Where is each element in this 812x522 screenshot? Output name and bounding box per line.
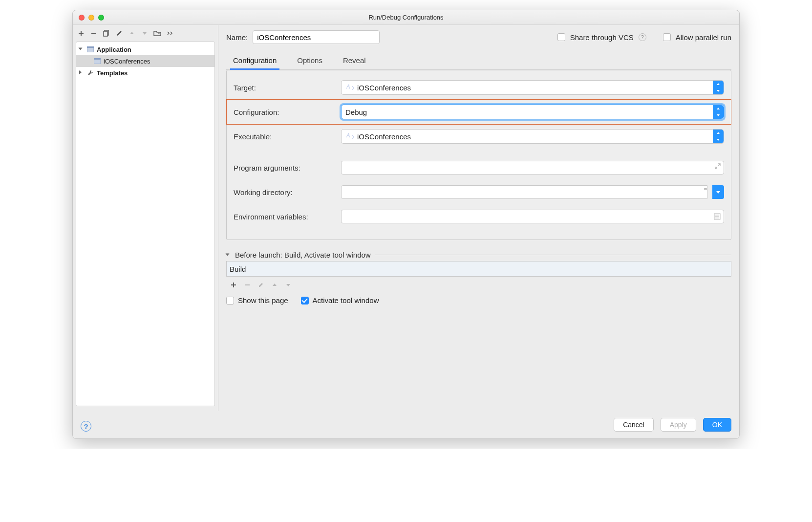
tree-node-label: Templates: [97, 69, 128, 77]
before-launch-list[interactable]: Build: [226, 261, 731, 277]
share-through-vcs-label: Share through VCS: [570, 33, 634, 42]
edit-templates-button[interactable]: [114, 28, 125, 39]
remove-task-button[interactable]: [242, 280, 253, 290]
chevron-down-icon: [226, 253, 231, 258]
edit-task-button[interactable]: [256, 280, 266, 290]
program-arguments-row: Program arguments:: [234, 155, 724, 180]
divider: [375, 255, 731, 255]
move-down-button[interactable]: [139, 28, 150, 39]
tab-reveal[interactable]: Reveal: [341, 56, 368, 69]
target-value: iOSConferences: [357, 84, 411, 92]
move-task-down-button[interactable]: [283, 280, 294, 290]
svg-rect-1: [104, 31, 107, 36]
copy-configuration-button[interactable]: [101, 28, 112, 39]
before-launch-title: Before launch: Build, Activate tool wind…: [235, 251, 371, 259]
stepper-icon: [713, 130, 724, 143]
executable-row: Executable: iOSConferences: [234, 124, 724, 149]
help-button[interactable]: ?: [81, 421, 91, 432]
environment-variables-row: Environment variables:: [234, 204, 724, 229]
show-this-page-label: Show this page: [238, 296, 288, 304]
allow-parallel-run-checkbox[interactable]: [663, 33, 671, 41]
tab-configuration[interactable]: Configuration: [231, 56, 278, 69]
sidebar-toolbar: +: [73, 25, 218, 42]
application-icon: [93, 58, 102, 64]
configuration-label: Configuration:: [234, 108, 336, 116]
tree-node-application[interactable]: Application: [76, 44, 214, 55]
svg-rect-4: [87, 46, 94, 48]
list-icon[interactable]: [714, 213, 721, 220]
tab-options[interactable]: Options: [295, 56, 324, 69]
svg-rect-6: [94, 58, 101, 60]
sidebar: + Application iOSConferences Templates: [73, 25, 218, 411]
name-label: Name:: [226, 33, 248, 42]
stepper-icon: [713, 81, 724, 94]
remove-configuration-button[interactable]: [88, 28, 99, 39]
window-title: Run/Debug Configurations: [73, 14, 739, 21]
expand-icon[interactable]: [715, 163, 721, 169]
configuration-value: Debug: [345, 108, 367, 116]
name-input[interactable]: [253, 30, 380, 44]
apply-button[interactable]: Apply: [661, 418, 696, 432]
chevron-right-icon: [79, 70, 84, 75]
working-directory-dropdown-button[interactable]: [712, 185, 724, 199]
ok-button[interactable]: OK: [703, 418, 731, 432]
working-directory-input[interactable]: [341, 185, 707, 199]
application-icon: [86, 46, 95, 52]
target-row: Target: iOSConferences: [234, 75, 724, 100]
svg-text:+: +: [158, 32, 160, 35]
tree-node-label: Application: [97, 46, 131, 53]
allow-parallel-run-label: Allow parallel run: [676, 33, 731, 42]
configuration-box: Target: iOSConferences Configuration:: [226, 70, 731, 240]
appcode-icon: [345, 132, 353, 140]
share-through-vcs-checkbox[interactable]: [557, 33, 565, 41]
working-directory-row: Working directory:: [234, 180, 724, 204]
main-panel: Name: Share through VCS ? Allow parallel…: [218, 25, 739, 411]
show-this-page-checkbox[interactable]: [226, 297, 234, 304]
stepper-icon: [713, 105, 724, 119]
dialog-window: Run/Debug Configurations + Application: [72, 10, 740, 439]
tree-node-templates[interactable]: Templates: [76, 67, 214, 79]
options-row: Show this page Activate tool window: [226, 296, 731, 304]
move-task-up-button[interactable]: [269, 280, 280, 290]
cancel-button[interactable]: Cancel: [614, 418, 654, 432]
help-icon[interactable]: ?: [639, 33, 646, 41]
working-directory-label: Working directory:: [234, 188, 336, 196]
configurations-tree[interactable]: Application iOSConferences Templates: [76, 42, 215, 406]
expand-toolbar-button[interactable]: [165, 28, 175, 39]
footer: ? Cancel Apply OK: [73, 411, 739, 438]
configuration-row: Configuration: Debug: [234, 100, 724, 124]
environment-variables-label: Environment variables:: [234, 213, 336, 221]
appcode-icon: [345, 84, 353, 91]
tabs: Configuration Options Reveal: [226, 50, 731, 70]
tree-node-iosconferences[interactable]: iOSConferences: [76, 55, 214, 67]
environment-variables-input[interactable]: [341, 210, 724, 223]
dialog-body: + Application iOSConferences Templates: [73, 25, 739, 411]
before-launch-header[interactable]: Before launch: Build, Activate tool wind…: [226, 251, 731, 259]
configuration-area: Target: iOSConferences Configuration:: [226, 70, 731, 240]
program-arguments-input[interactable]: [341, 161, 724, 174]
configuration-combo[interactable]: Debug: [341, 105, 724, 119]
chevron-down-icon: [79, 47, 84, 52]
program-arguments-label: Program arguments:: [234, 164, 336, 172]
activate-tool-window-label: Activate tool window: [313, 296, 379, 304]
move-up-button[interactable]: [127, 28, 137, 39]
executable-combo[interactable]: iOSConferences: [341, 129, 724, 144]
before-launch-item: Build: [230, 265, 246, 273]
header-row: Name: Share through VCS ? Allow parallel…: [226, 25, 731, 49]
executable-value: iOSConferences: [357, 132, 411, 141]
add-task-button[interactable]: [228, 280, 239, 290]
target-combo[interactable]: iOSConferences: [341, 80, 724, 95]
tree-node-label: iOSConferences: [104, 58, 150, 65]
activate-tool-window-checkbox[interactable]: [301, 297, 309, 304]
folder-button[interactable]: +: [152, 28, 163, 39]
wrench-icon: [86, 69, 95, 76]
add-configuration-button[interactable]: [76, 28, 86, 39]
target-label: Target:: [234, 84, 336, 92]
titlebar: Run/Debug Configurations: [73, 10, 739, 25]
executable-label: Executable:: [234, 132, 336, 141]
before-launch-toolbar: [226, 277, 731, 293]
